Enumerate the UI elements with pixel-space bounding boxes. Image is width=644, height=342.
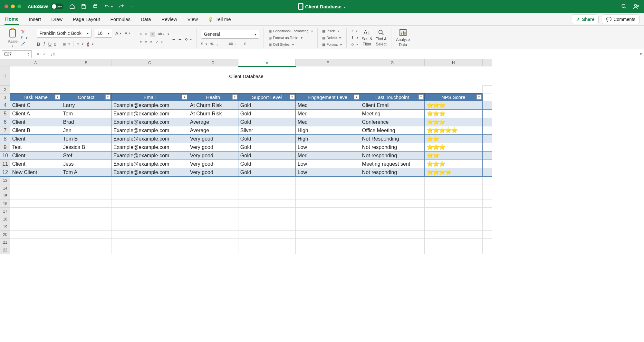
empty-cell[interactable] [10, 177, 61, 184]
table-row[interactable]: 12New ClientTom AExample@example.comVery… [0, 168, 492, 177]
cell-health[interactable]: Very good [188, 143, 238, 151]
cell-task[interactable]: Client C [10, 101, 61, 110]
cell-nps[interactable]: ⭐⭐⭐ [424, 143, 482, 151]
increase-font-button[interactable]: A▴ [115, 31, 121, 36]
empty-cell[interactable] [188, 208, 238, 215]
empty-cell[interactable] [295, 208, 360, 215]
tab-view[interactable]: View [187, 14, 198, 24]
empty-cell[interactable] [360, 239, 424, 246]
col-header-A[interactable]: A [10, 59, 61, 66]
share-button[interactable]: ↗ Share [572, 15, 599, 24]
cell-contact[interactable]: Jessica B [61, 143, 111, 151]
col-header-extra[interactable] [482, 59, 492, 66]
cell-support[interactable]: Gold [238, 151, 295, 160]
cell-touchpoint[interactable]: Not responding [360, 151, 424, 160]
table-row[interactable]: 6ClientBradExample@example.comAverageGol… [0, 118, 492, 126]
orientation-button[interactable]: ⟲ [185, 37, 192, 42]
empty-cell[interactable] [111, 223, 188, 231]
cell-engagement[interactable]: Low [295, 143, 360, 151]
empty-cell[interactable] [188, 184, 238, 192]
cell-nps[interactable]: ⭐⭐⭐ [424, 101, 482, 110]
decrease-indent-button[interactable]: ⇤ [172, 37, 175, 42]
autosave-switch[interactable]: OFF [51, 4, 63, 9]
empty-cell[interactable] [295, 231, 360, 239]
filter-button-0[interactable]: ▼ [55, 94, 60, 100]
row-header-2[interactable]: 2 [0, 86, 10, 93]
cell-health[interactable]: Average [188, 118, 238, 126]
cell-support[interactable]: Gold [238, 110, 295, 118]
empty-cell[interactable] [238, 184, 295, 192]
table-row[interactable]: 11ClientJessExample@example.comVery good… [0, 160, 492, 168]
empty-cell[interactable] [188, 246, 238, 254]
empty-cell[interactable] [111, 239, 188, 246]
bold-button[interactable]: B [37, 41, 40, 47]
format-as-table-button[interactable]: ▦ Format as Table [268, 36, 313, 40]
search-icon[interactable] [621, 3, 627, 10]
empty-cell[interactable] [111, 184, 188, 192]
empty-cell[interactable] [61, 208, 111, 215]
more-icon[interactable]: ⋯ [130, 3, 137, 10]
table-row[interactable]: 5Client ATomExample@example.comAt Churn … [0, 110, 492, 118]
percent-button[interactable]: % [210, 42, 214, 46]
row-header-9[interactable]: 9 [0, 143, 10, 151]
cell-email[interactable]: Example@example.com [111, 160, 188, 168]
tell-me[interactable]: 💡 Tell me [207, 16, 231, 22]
table-header-5[interactable]: Engagement Leve▼ [295, 93, 360, 101]
cell-styles-button[interactable]: ▦ Cell Styles [268, 43, 313, 47]
empty-cell[interactable] [10, 215, 61, 223]
col-header-E[interactable]: E [238, 59, 295, 66]
insert-cells-button[interactable]: ▦ Insert [322, 29, 342, 33]
cell-support[interactable]: Gold [238, 168, 295, 177]
empty-cell[interactable] [424, 184, 482, 192]
empty-cell[interactable] [424, 246, 482, 254]
cell-email[interactable]: Example@example.com [111, 118, 188, 126]
filter-button-5[interactable]: ▼ [354, 94, 359, 100]
cell-task[interactable]: Client [10, 151, 61, 160]
cell-engagement[interactable]: Med [295, 101, 360, 110]
cell-contact[interactable]: Jen [61, 126, 111, 135]
empty-cell[interactable] [61, 192, 111, 200]
empty-cell[interactable] [360, 208, 424, 215]
filter-button-2[interactable]: ▼ [182, 94, 187, 100]
row-header-21[interactable]: 21 [0, 239, 10, 246]
empty-cell[interactable] [238, 200, 295, 208]
row-header-6[interactable]: 6 [0, 118, 10, 126]
table-row[interactable]: 9TestJessica BExample@example.comVery go… [0, 143, 492, 151]
empty-cell[interactable] [188, 215, 238, 223]
cell-email[interactable]: Example@example.com [111, 135, 188, 143]
empty-cell[interactable] [295, 192, 360, 200]
empty-cell[interactable] [188, 200, 238, 208]
minimize-window-button[interactable] [11, 5, 15, 8]
cell-touchpoint[interactable]: Conference [360, 118, 424, 126]
select-all-cell[interactable] [0, 59, 10, 66]
empty-cell[interactable] [295, 223, 360, 231]
empty-cell[interactable] [360, 215, 424, 223]
row-header-11[interactable]: 11 [0, 160, 10, 168]
empty-cell[interactable] [188, 239, 238, 246]
row-header-1[interactable]: 1 [0, 66, 10, 86]
empty-cell[interactable] [10, 223, 61, 231]
expand-formula-bar-button[interactable]: ▾ [638, 52, 644, 56]
tab-formulas[interactable]: Formulas [110, 14, 131, 24]
cell-support[interactable]: Gold [238, 160, 295, 168]
col-header-H[interactable]: H [424, 59, 482, 66]
empty-cell[interactable] [360, 177, 424, 184]
col-header-D[interactable]: D [188, 59, 238, 66]
cell-email[interactable]: Example@example.com [111, 143, 188, 151]
cell-health[interactable]: Very good [188, 151, 238, 160]
empty-cell[interactable] [424, 239, 482, 246]
empty-cell[interactable] [360, 246, 424, 254]
row-header-3[interactable]: 3 [0, 93, 10, 101]
empty-cell[interactable] [111, 231, 188, 239]
empty-cell[interactable] [10, 246, 61, 254]
col-header-C[interactable]: C [111, 59, 188, 66]
align-top-button[interactable]: ≡ [139, 32, 141, 36]
cell-email[interactable]: Example@example.com [111, 151, 188, 160]
number-format-select[interactable]: General▾ [201, 30, 259, 39]
empty-cell[interactable] [61, 239, 111, 246]
wrap-text-button[interactable]: ab↲ [158, 32, 169, 36]
cell-nps[interactable]: ⭐⭐⭐⭐⭐ [424, 126, 482, 135]
row-header-19[interactable]: 19 [0, 223, 10, 231]
empty-cell[interactable] [295, 200, 360, 208]
row-header-20[interactable]: 20 [0, 231, 10, 239]
